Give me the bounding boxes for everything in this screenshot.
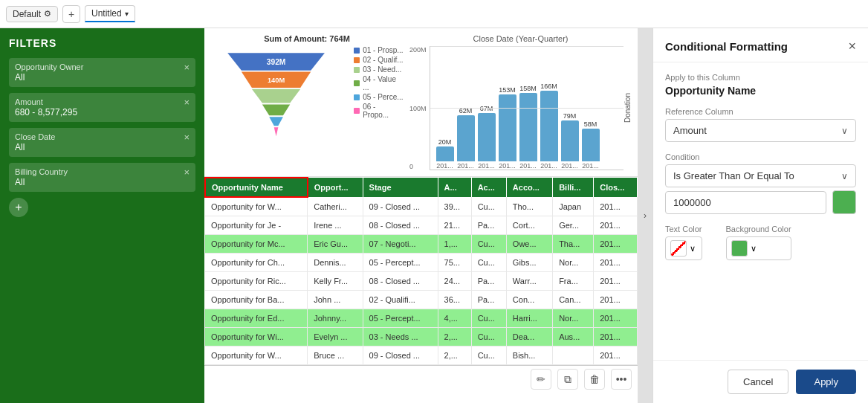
cell-clos: 201... — [594, 197, 638, 216]
cell-stage: 09 - Closed ... — [363, 197, 438, 216]
top-bar: Default ⚙ + Untitled ▾ — [0, 0, 868, 28]
filter-close-date[interactable]: Close Date All × — [9, 128, 195, 157]
condition-value: Is Greater Than Or Equal To — [673, 170, 794, 181]
filter-label-owner: Opportunity Owner — [15, 62, 83, 71]
chevron-down-icon: ∨ — [841, 126, 848, 136]
table-row-highlighted[interactable]: Opportunity for Mc... Eric Gu... 07 - Ne… — [205, 235, 638, 254]
text-color-selector[interactable]: ∨ — [665, 236, 702, 260]
filter-label-closedate: Close Date — [15, 132, 55, 141]
bar-chart: Close Date (Year-Quarter) 200M 100M 0 2 — [409, 34, 632, 170]
add-tab-button[interactable]: + — [62, 5, 80, 23]
filter-value-owner: All — [15, 72, 83, 83]
table-row[interactable]: Opportunity for Je - Irene ... 08 - Clos… — [205, 216, 638, 235]
cell-ac: Cu... — [471, 197, 506, 216]
tab-untitled[interactable]: Untitled ▾ — [85, 5, 135, 22]
bg-color-swatch — [731, 240, 748, 257]
text-color-group: Text Color ∨ — [665, 225, 702, 260]
col-header-clos: Clos... — [594, 178, 638, 197]
cell-name: Opportunity for W... — [205, 197, 308, 216]
reference-column-value: Amount — [673, 125, 707, 136]
data-table: Opportunity Name Opport... Stage A... Ac… — [204, 177, 638, 403]
filter-remove-closedate[interactable]: × — [184, 132, 190, 142]
gear-icon: ⚙ — [44, 9, 51, 19]
filter-amount[interactable]: Amount 680 - 8,577,295 × — [9, 93, 195, 122]
default-tab-label: Default — [13, 9, 41, 19]
center-area: Sum of Amount: 764M 392M 140M — [204, 28, 638, 403]
col-header-stage: Stage — [363, 178, 438, 197]
collapse-panel-button[interactable]: › — [638, 28, 652, 403]
cell-a: 39... — [438, 197, 471, 216]
filter-remove-amount[interactable]: × — [184, 97, 190, 107]
bg-color-selector[interactable]: ∨ — [726, 236, 791, 260]
chart-row: Sum of Amount: 764M 392M 140M — [204, 28, 638, 177]
apply-to-column-group: Apply to this Column Opportunity Name — [665, 73, 856, 97]
reference-column-label: Reference Column — [665, 107, 856, 116]
col-header-ac: Ac... — [471, 178, 506, 197]
tab-area: Default ⚙ + Untitled ▾ — [6, 5, 135, 23]
svg-marker-3 — [262, 104, 290, 115]
table-row[interactable]: Opportunity for Ba... John ... 02 - Qual… — [205, 291, 638, 309]
col-header-billi: Billi... — [553, 178, 594, 197]
filter-value-billing: All — [15, 177, 68, 187]
reference-column-group: Reference Column Amount ∨ — [665, 107, 856, 142]
add-filter-button[interactable]: + — [9, 198, 28, 217]
cell-billi: Japan — [553, 197, 594, 216]
table-row[interactable]: Opportunity for W... Bruce ... 09 - Clos… — [205, 346, 638, 365]
text-color-swatch — [670, 240, 687, 257]
filter-value-amount: 680 - 8,577,295 — [15, 107, 77, 117]
svg-text:140M: 140M — [268, 77, 285, 84]
apply-to-column-label: Apply to this Column — [665, 73, 856, 82]
tab-default[interactable]: Default ⚙ — [6, 6, 58, 22]
table-row[interactable]: Opportunity for W... Catheri... 09 - Clo… — [205, 197, 638, 216]
untitled-tab-label: Untitled — [91, 8, 122, 19]
color-row: Text Color ∨ Background Color ∨ — [665, 225, 856, 260]
condition-value-input[interactable] — [665, 191, 826, 214]
filter-remove-billing[interactable]: × — [184, 167, 190, 177]
sidebar: FILTERS Opportunity Owner All × Amount 6… — [0, 28, 204, 403]
svg-text:392M: 392M — [267, 58, 286, 66]
panel-close-button[interactable]: × — [848, 39, 856, 54]
copy-icon[interactable]: ⧉ — [557, 369, 578, 390]
edit-icon[interactable]: ✏ — [531, 369, 551, 390]
donation-label: Donation — [624, 93, 632, 123]
table-footer: ✏ ⧉ 🗑 ••• — [204, 365, 638, 393]
filters-title: FILTERS — [9, 37, 195, 49]
svg-marker-4 — [269, 117, 283, 126]
table-row-highlighted[interactable]: Opportunity for Ed... Johnny... 05 - Per… — [205, 309, 638, 328]
table-row[interactable]: Opportunity for Ric... Kelly Fr... 08 - … — [205, 272, 638, 291]
chevron-down-icon: ▾ — [125, 10, 129, 18]
reference-column-select[interactable]: Amount ∨ — [665, 119, 856, 142]
chevron-down-icon: ∨ — [690, 244, 696, 254]
cancel-button[interactable]: Cancel — [728, 370, 788, 394]
right-panel: Conditional Formatting × Apply to this C… — [652, 28, 868, 403]
column-name-value: Opportunity Name — [665, 85, 856, 97]
more-icon[interactable]: ••• — [611, 369, 632, 390]
filter-billing-country[interactable]: Billing Country All × — [9, 163, 195, 192]
col-header-owner: Opport... — [308, 178, 363, 197]
col-header-acco: Acco... — [506, 178, 552, 197]
delete-icon[interactable]: 🗑 — [584, 369, 605, 390]
filter-value-closedate: All — [15, 142, 55, 152]
filter-remove-owner[interactable]: × — [184, 62, 190, 72]
table-row[interactable]: Opportunity for Ch... Dennis... 05 - Per… — [205, 254, 638, 272]
panel-header: Conditional Formatting × — [653, 28, 868, 62]
cell-owner: Catheri... — [308, 197, 363, 216]
text-color-label: Text Color — [665, 225, 702, 233]
main-area: FILTERS Opportunity Owner All × Amount 6… — [0, 28, 868, 403]
funnel-svg: 392M 140M — [210, 46, 342, 150]
svg-marker-5 — [274, 127, 279, 136]
cell-acco: Tho... — [506, 197, 552, 216]
filter-opportunity-owner[interactable]: Opportunity Owner All × — [9, 58, 195, 87]
filter-label-billing: Billing Country — [15, 167, 68, 176]
panel-footer: Cancel Apply — [653, 360, 868, 403]
condition-group: Condition Is Greater Than Or Equal To ∨ — [665, 152, 856, 214]
bar-chart-title: Close Date (Year-Quarter) — [409, 34, 632, 43]
condition-select[interactable]: Is Greater Than Or Equal To ∨ — [665, 164, 856, 187]
table-row-highlighted[interactable]: Opportunity for Wi... Evelyn ... 03 - Ne… — [205, 328, 638, 346]
col-header-a: A... — [438, 178, 471, 197]
green-swatch[interactable] — [832, 190, 856, 214]
svg-marker-2 — [252, 89, 300, 103]
bg-color-group: Background Color ∨ — [726, 225, 791, 260]
funnel-chart: Sum of Amount: 764M 392M 140M — [210, 34, 404, 170]
apply-button[interactable]: Apply — [796, 370, 856, 394]
